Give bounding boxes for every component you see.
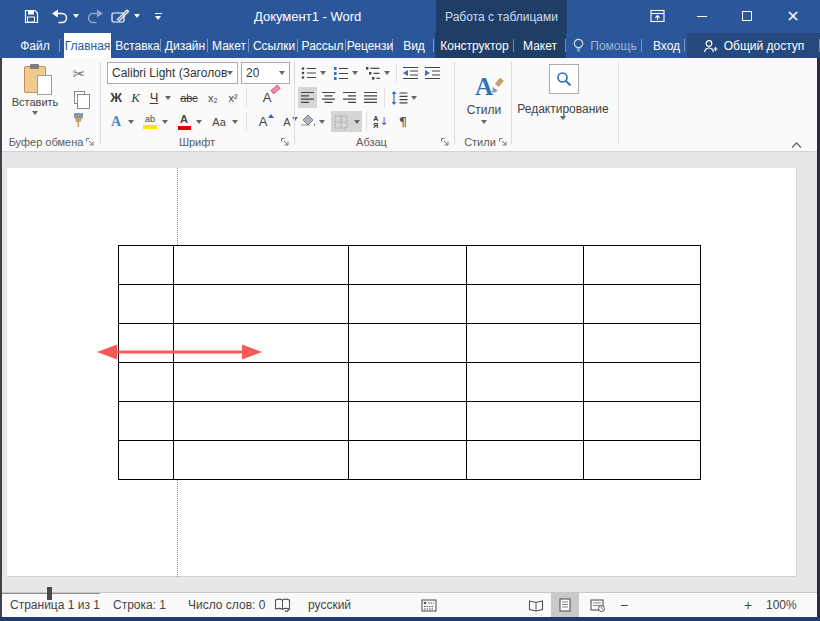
strikethrough-button[interactable]: abc: [176, 87, 202, 108]
shading-dropdown[interactable]: [317, 111, 327, 132]
bullets-button[interactable]: [300, 63, 318, 83]
find-button[interactable]: [549, 64, 579, 94]
show-paragraph-marks-button[interactable]: ¶: [394, 111, 412, 132]
highlight-dropdown[interactable]: [160, 111, 170, 132]
close-button[interactable]: ×: [774, 0, 812, 32]
copy-button[interactable]: [68, 87, 90, 107]
language-button[interactable]: русский: [308, 593, 351, 617]
tab-insert[interactable]: Вставка: [114, 33, 161, 58]
table-cell[interactable]: [349, 402, 467, 441]
read-mode-button[interactable]: [522, 593, 550, 617]
format-painter-button[interactable]: [68, 110, 90, 130]
paragraph-dialog-launcher[interactable]: [439, 136, 450, 147]
change-case-button[interactable]: Аа: [208, 111, 230, 132]
line-spacing-button[interactable]: [389, 87, 409, 108]
table-cell[interactable]: [584, 441, 701, 480]
tab-home[interactable]: Главная: [64, 33, 111, 58]
undo-dropdown[interactable]: [70, 5, 82, 27]
table-cell[interactable]: [349, 441, 467, 480]
print-layout-button[interactable]: [551, 593, 579, 617]
proofing-status-button[interactable]: [274, 593, 291, 617]
decrease-indent-button[interactable]: [400, 63, 420, 83]
table-cell[interactable]: [174, 246, 349, 285]
table-cell[interactable]: [467, 441, 584, 480]
clipboard-dialog-launcher[interactable]: [84, 136, 95, 147]
tab-share[interactable]: Общий доступ: [687, 33, 820, 58]
web-layout-button[interactable]: [583, 593, 611, 617]
borders-dropdown[interactable]: [351, 111, 362, 132]
tab-table-design[interactable]: Конструктор: [435, 33, 514, 58]
page-indicator[interactable]: Страница 1 из 1: [10, 593, 100, 617]
table-cell[interactable]: [467, 402, 584, 441]
table-cell[interactable]: [349, 246, 467, 285]
font-size-combo[interactable]: 20: [241, 62, 290, 84]
table-cell[interactable]: [174, 441, 349, 480]
bold-button[interactable]: Ж: [106, 87, 126, 108]
maximize-button[interactable]: [728, 0, 766, 32]
table-cell[interactable]: [467, 324, 584, 363]
tab-mailings[interactable]: Рассыл: [299, 33, 346, 58]
table-cell[interactable]: [119, 363, 174, 402]
numbering-button[interactable]: [332, 63, 350, 83]
line-indicator[interactable]: Строка: 1: [113, 593, 166, 617]
minimize-button[interactable]: [683, 0, 721, 32]
tab-layout[interactable]: Макет: [209, 33, 249, 58]
table-cell[interactable]: [584, 246, 701, 285]
touch-mouse-mode-button[interactable]: [108, 5, 132, 27]
superscript-button[interactable]: x²: [224, 87, 242, 108]
align-center-button[interactable]: [319, 87, 338, 108]
line-spacing-dropdown[interactable]: [409, 87, 419, 108]
tab-table-layout[interactable]: Макет: [514, 33, 566, 58]
multilevel-list-button[interactable]: [364, 63, 382, 83]
highlight-button[interactable]: ab: [140, 111, 160, 132]
font-color-dropdown[interactable]: [194, 111, 204, 132]
sort-button[interactable]: А Я ↓: [370, 111, 392, 132]
table-cell[interactable]: [584, 324, 701, 363]
tab-references[interactable]: Ссылки: [250, 33, 298, 58]
table-cell[interactable]: [349, 363, 467, 402]
tab-file[interactable]: Файл: [10, 33, 60, 58]
table-cell[interactable]: [584, 285, 701, 324]
numbering-dropdown[interactable]: [350, 63, 360, 83]
zoom-in-button[interactable]: +: [744, 593, 752, 617]
multilevel-list-dropdown[interactable]: [382, 63, 392, 83]
align-right-button[interactable]: [340, 87, 359, 108]
table-cell[interactable]: [467, 363, 584, 402]
touch-mode-dropdown[interactable]: [131, 5, 143, 27]
bullets-dropdown[interactable]: [318, 63, 328, 83]
clear-formatting-button[interactable]: А: [252, 87, 282, 108]
table-cell[interactable]: [174, 363, 349, 402]
save-button[interactable]: [20, 5, 42, 27]
paste-button[interactable]: Вставить: [8, 62, 62, 134]
table-cell[interactable]: [467, 285, 584, 324]
table-cell[interactable]: [349, 285, 467, 324]
macro-recording-button[interactable]: [421, 593, 437, 617]
table-cell[interactable]: [119, 246, 174, 285]
customize-qat-button[interactable]: [150, 5, 166, 27]
text-effects-dropdown[interactable]: [126, 111, 136, 132]
italic-button[interactable]: К: [127, 87, 144, 108]
align-left-button[interactable]: [298, 87, 317, 108]
underline-button[interactable]: Ч: [145, 87, 163, 108]
font-color-button[interactable]: А: [174, 111, 194, 132]
shading-button[interactable]: [297, 111, 317, 132]
zoom-out-button[interactable]: −: [620, 593, 628, 617]
increase-indent-button[interactable]: [422, 63, 442, 83]
editing-group-button[interactable]: Редактирование: [510, 102, 616, 116]
font-dialog-launcher[interactable]: [279, 136, 290, 147]
underline-dropdown[interactable]: [163, 87, 173, 108]
table-cell[interactable]: [119, 285, 174, 324]
word-count[interactable]: Число слов: 0: [188, 593, 265, 617]
zoom-slider-thumb[interactable]: [47, 587, 52, 600]
editing-dropdown[interactable]: [560, 120, 566, 134]
redo-button[interactable]: [84, 5, 106, 27]
grow-font-button[interactable]: А: [252, 111, 274, 132]
table-cell[interactable]: [119, 441, 174, 480]
table-cell[interactable]: [174, 402, 349, 441]
text-effects-button[interactable]: А: [106, 111, 126, 132]
zoom-level[interactable]: 100%: [766, 593, 797, 617]
tab-review[interactable]: Рецензи: [347, 33, 393, 58]
table-cell[interactable]: [584, 402, 701, 441]
table-cell[interactable]: [467, 246, 584, 285]
undo-button[interactable]: [48, 5, 70, 27]
